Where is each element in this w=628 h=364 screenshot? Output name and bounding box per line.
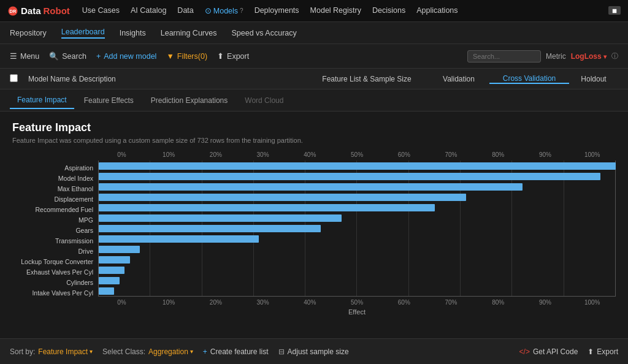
- bar-row-cylinders: [99, 275, 616, 286]
- nav-deployments[interactable]: Deployments: [255, 6, 299, 15]
- nav-use-cases[interactable]: Use Cases: [82, 6, 120, 15]
- x-label-b-0: 0%: [98, 299, 145, 306]
- bar-aspiration[interactable]: [99, 162, 616, 170]
- select-class-value[interactable]: Aggregation ▾: [148, 347, 193, 356]
- metric-info-icon[interactable]: ⓘ: [611, 51, 618, 61]
- get-api-code-button[interactable]: </> Get API Code: [519, 347, 578, 356]
- x-label-b-10: 10%: [145, 299, 193, 306]
- question-icon: ?: [240, 7, 243, 14]
- x-label-80: 80%: [475, 151, 522, 158]
- second-nav-speed-accuracy[interactable]: Speed vs Accuracy: [231, 29, 296, 37]
- metric-search-input[interactable]: [467, 50, 541, 63]
- tab-prediction-explanations[interactable]: Prediction Explanations: [144, 93, 235, 108]
- bar-cylinders[interactable]: [99, 277, 120, 284]
- nav-models[interactable]: ⊙ Models ?: [205, 6, 243, 15]
- export-button[interactable]: ⬆ Export: [217, 51, 249, 61]
- bar-model-index[interactable]: [99, 173, 600, 180]
- x-label-40: 40%: [286, 151, 334, 158]
- second-nav-repository[interactable]: Repository: [10, 29, 47, 37]
- label-aspiration: Aspiration: [64, 162, 93, 173]
- x-label-50: 50%: [334, 151, 381, 158]
- chart-container: Aspiration Model Index Max Ethanol Displ…: [12, 151, 616, 316]
- bar-row-transmission: [99, 233, 616, 244]
- sort-by-section: Sort by: Feature Impact ▾: [10, 347, 93, 356]
- x-label-60: 60%: [380, 151, 427, 158]
- select-class-section: Select Class: Aggregation ▾: [102, 347, 193, 356]
- top-nav: DR DataRobot Use Cases AI Catalog Data ⊙…: [0, 0, 628, 22]
- x-label-100: 100%: [569, 151, 616, 158]
- tab-feature-impact[interactable]: Feature Impact: [10, 92, 74, 109]
- nav-applications[interactable]: Applications: [416, 6, 458, 15]
- x-label-b-80: 80%: [475, 299, 522, 306]
- label-cylinders: Cylinders: [66, 277, 93, 287]
- toolbar: ☰ Menu 🔍 Search + Add new model ▼ Filter…: [0, 44, 628, 69]
- second-nav-learning-curves[interactable]: Learning Curves: [161, 29, 217, 37]
- nav-right: ■: [608, 6, 621, 15]
- add-model-button[interactable]: + Add new model: [96, 52, 156, 61]
- plus-icon2: +: [203, 347, 207, 356]
- label-model-index: Model Index: [58, 173, 93, 183]
- tab-word-cloud: Word Cloud: [237, 93, 291, 108]
- bar-transmission[interactable]: [99, 235, 259, 243]
- x-label-b-100: 100%: [569, 299, 616, 306]
- second-nav-insights[interactable]: Insights: [120, 29, 146, 37]
- chart-bars-area: 0% 10% 20% 30% 40% 50% 60% 70% 80% 90% 1…: [98, 151, 616, 316]
- bar-row-drive: [99, 244, 616, 254]
- chevron-down-icon: ▾: [90, 348, 93, 355]
- bar-max-ethanol[interactable]: [99, 183, 523, 191]
- chevron-down-icon2: ▾: [190, 348, 193, 355]
- x-axis-title: Effect: [98, 308, 616, 316]
- nav-decisions[interactable]: Decisions: [372, 6, 405, 15]
- x-label-0: 0%: [98, 151, 145, 158]
- nav-model-registry[interactable]: Model Registry: [310, 6, 361, 15]
- x-label-b-40: 40%: [286, 299, 334, 306]
- x-label-20: 20%: [192, 151, 239, 158]
- hamburger-icon: ☰: [10, 51, 17, 61]
- bar-gears[interactable]: [99, 225, 321, 232]
- plus-icon: +: [96, 52, 101, 61]
- x-label-b-90: 90%: [522, 299, 569, 306]
- second-nav: Repository Leaderboard Insights Learning…: [0, 22, 628, 44]
- bar-row-recommended-fuel: [99, 202, 616, 213]
- nav-data[interactable]: Data: [177, 6, 193, 15]
- bar-row-model-index: [99, 171, 616, 181]
- label-max-ethanol: Max Ethanol: [58, 183, 93, 194]
- create-feature-list-button[interactable]: + Create feature list: [203, 347, 269, 356]
- filters-button[interactable]: ▼ Filters(0): [166, 52, 207, 61]
- chart-labels: Aspiration Model Index Max Ethanol Displ…: [12, 162, 98, 316]
- header-checkbox[interactable]: [10, 74, 22, 84]
- select-all-checkbox[interactable]: [10, 74, 18, 82]
- second-nav-leaderboard[interactable]: Leaderboard: [61, 28, 105, 39]
- select-class-label: Select Class:: [102, 347, 145, 356]
- window-button[interactable]: ■: [608, 6, 621, 15]
- label-recommended-fuel: Recommended Fuel: [35, 204, 93, 214]
- label-displacement: Displacement: [54, 194, 93, 204]
- filter-icon: ▼: [166, 52, 174, 61]
- bar-intake-valves[interactable]: [99, 287, 114, 295]
- metric-section: Metric LogLoss ▾ ⓘ: [467, 50, 618, 63]
- adjust-sample-size-button[interactable]: ⊟ Adjust sample size: [278, 347, 349, 356]
- sort-by-value[interactable]: Feature Impact ▾: [38, 347, 93, 356]
- search-button[interactable]: 🔍 Search: [49, 51, 86, 61]
- x-label-b-30: 30%: [239, 299, 286, 306]
- label-transmission: Transmission: [55, 235, 93, 246]
- chevron-down-icon: ▾: [603, 53, 607, 60]
- menu-button[interactable]: ☰ Menu: [10, 51, 39, 61]
- feature-impact-title: Feature Impact: [12, 121, 616, 134]
- metric-value[interactable]: LogLoss ▾: [571, 52, 607, 61]
- tab-feature-effects[interactable]: Feature Effects: [77, 93, 141, 108]
- bar-displacement[interactable]: [99, 194, 466, 201]
- x-axis-bottom: 0% 10% 20% 30% 40% 50% 60% 70% 80% 90% 1…: [98, 299, 616, 306]
- bar-mpg[interactable]: [99, 214, 342, 222]
- bar-drive[interactable]: [99, 246, 140, 253]
- export-icon: ⬆: [217, 51, 224, 61]
- bar-exhaust-valves[interactable]: [99, 267, 124, 274]
- feature-impact-desc: Feature Impact was computed using a cust…: [12, 137, 616, 144]
- bottom-export-button[interactable]: ⬆ Export: [588, 347, 618, 356]
- bar-lockup[interactable]: [99, 256, 130, 264]
- label-lockup-torque: Lockup Torque Converter: [21, 256, 93, 267]
- bar-row-gears: [99, 223, 616, 233]
- brand-data: Data: [21, 6, 41, 16]
- bar-recommended-fuel[interactable]: [99, 204, 435, 211]
- nav-ai-catalog[interactable]: AI Catalog: [131, 6, 166, 15]
